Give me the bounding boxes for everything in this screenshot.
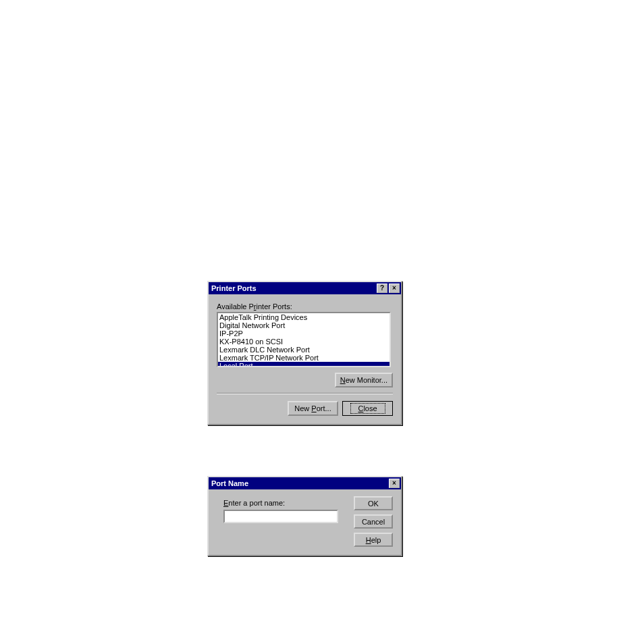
list-item[interactable]: AppleTalk Printing Devices [218, 313, 390, 321]
ok-button[interactable]: OK [354, 496, 393, 510]
titlebar[interactable]: Port Name × [209, 477, 401, 489]
form-row: Enter a port name: OK Cancel Help [217, 496, 393, 547]
new-port-button[interactable]: New Port... [288, 401, 338, 416]
list-item[interactable]: Lexmark DLC Network Port [218, 346, 390, 354]
list-item[interactable]: Digital Network Port [218, 321, 390, 329]
form-col: Enter a port name: [217, 496, 354, 523]
bottom-buttons: New Port... Close [217, 401, 393, 416]
port-name-dialog: Port Name × Enter a port name: OK Cancel… [207, 476, 402, 556]
titlebar-buttons: ? × [375, 284, 400, 293]
close-button[interactable]: Close [342, 401, 393, 416]
button-column: OK Cancel Help [354, 496, 393, 547]
help-button[interactable]: Help [354, 533, 393, 547]
ports-listbox[interactable]: AppleTalk Printing DevicesDigital Networ… [217, 312, 391, 367]
port-name-input[interactable] [223, 510, 338, 523]
titlebar-buttons: × [387, 479, 400, 488]
list-item[interactable]: Local Port [218, 362, 390, 367]
list-item[interactable]: Lexmark TCP/IP Network Port [218, 354, 390, 362]
dialog-title: Port Name [211, 479, 387, 487]
dialog-body: Enter a port name: OK Cancel Help [209, 489, 401, 555]
new-monitor-button[interactable]: New Monitor... [335, 373, 393, 387]
help-icon[interactable]: ? [377, 284, 387, 293]
dialog-title: Printer Ports [211, 284, 375, 292]
divider [217, 393, 393, 394]
titlebar[interactable]: Printer Ports ? × [209, 282, 401, 294]
close-icon[interactable]: × [389, 479, 400, 488]
port-name-label: Enter a port name: [223, 499, 347, 507]
list-item[interactable]: KX-P8410 on SCSI [218, 338, 390, 346]
monitor-row: New Monitor... [217, 373, 393, 387]
dialog-body: Available Printer Ports: AppleTalk Print… [209, 294, 401, 424]
printer-ports-dialog: Printer Ports ? × Available Printer Port… [207, 281, 402, 425]
list-item[interactable]: IP-P2P [218, 329, 390, 338]
available-ports-label: Available Printer Ports: [217, 302, 393, 311]
close-icon[interactable]: × [389, 284, 400, 293]
cancel-button[interactable]: Cancel [354, 514, 393, 529]
